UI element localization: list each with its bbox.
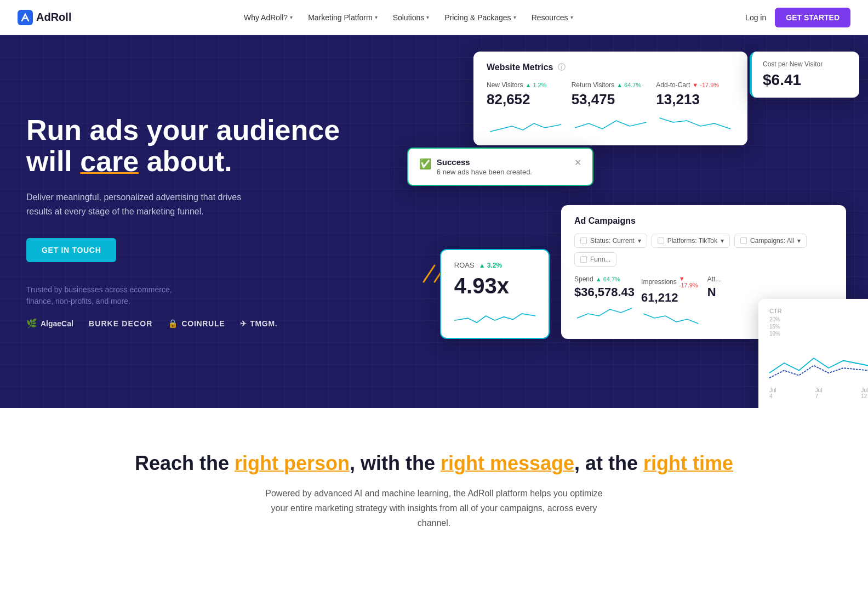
- algaecal-icon: 🌿: [26, 318, 37, 329]
- section2-title: Reach the right person, with the right m…: [26, 452, 842, 475]
- filter-status[interactable]: Status: Current ▾: [574, 234, 647, 248]
- chevron-down-icon: ▾: [570, 14, 573, 20]
- nav-marketing-platform[interactable]: Marketing Platform ▾: [301, 9, 384, 26]
- metrics-grid: New Visitors ▲ 1.2% 82,652 Return Visito…: [487, 81, 734, 134]
- get-in-touch-button[interactable]: GET IN TOUCH: [26, 238, 116, 262]
- ctr-card: CTR 20% 15% 10% Jul4 Jul7 Jul12: [758, 299, 868, 408]
- campaigns-title: Ad Campaigns: [574, 216, 833, 226]
- hero-highlight: care: [80, 145, 139, 177]
- ctr-dates: Jul4 Jul7 Jul12: [769, 387, 868, 399]
- new-visitors-chart: [487, 112, 565, 134]
- chevron-down-icon: ▾: [797, 237, 801, 245]
- svg-rect-0: [18, 10, 33, 25]
- spend-value: $36,578.43: [574, 285, 635, 299]
- hero-title: Run ads your audience will care about.: [26, 115, 391, 177]
- return-visitors-value: 53,475: [572, 91, 650, 108]
- roas-label: ROAS: [454, 261, 475, 269]
- ctr-label: CTR: [769, 308, 868, 314]
- section2: Reach the right person, with the right m…: [0, 408, 868, 564]
- nav-pricing[interactable]: Pricing & Packages ▾: [438, 9, 522, 26]
- navbar: AdRoll Why AdRoll? ▾ Marketing Platform …: [0, 0, 868, 35]
- metrics-header: Website Metrics ⓘ: [487, 63, 734, 72]
- nav-links: Why AdRoll? ▾ Marketing Platform ▾ Solut…: [237, 9, 580, 26]
- success-notification: ✅ Success 6 new ads have been created. ✕: [407, 148, 593, 186]
- hero-section: Run ads your audience will care about. D…: [0, 35, 868, 408]
- brand-coinrule: 🔒 COINRULE: [168, 319, 225, 329]
- svg-line-1: [424, 265, 435, 282]
- brand-algaecal: 🌿 AlgaeCal: [26, 318, 73, 329]
- impressions-value: 61,212: [641, 291, 701, 305]
- ctr-percents: 20% 15% 10%: [769, 316, 868, 337]
- chevron-down-icon: ▾: [638, 237, 641, 245]
- cost-label: Cost per New Visitor: [763, 60, 848, 68]
- roas-chart: [454, 305, 535, 327]
- highlight-right-message: right message: [441, 452, 574, 474]
- adroll-logo-icon: [18, 10, 33, 25]
- nav-resources[interactable]: Resources ▾: [525, 9, 580, 26]
- brand-tmgm: ✈ TMGM.: [240, 319, 277, 328]
- camp-impressions: Impressions ▼ -17.9% 61,212: [641, 275, 701, 328]
- chevron-down-icon: ▾: [290, 14, 293, 20]
- nav-why-adroll[interactable]: Why AdRoll? ▾: [237, 9, 299, 26]
- spend-chart: [574, 303, 635, 322]
- trusted-text: Trusted by businesses across ecommerce,f…: [26, 284, 391, 307]
- brand-logos: 🌿 AlgaeCal BURKE DECOR 🔒 COINRULE ✈ TMGM…: [26, 318, 391, 329]
- chevron-down-icon: ▾: [375, 14, 378, 20]
- website-metrics-card: Website Metrics ⓘ New Visitors ▲ 1.2% 82…: [473, 52, 747, 145]
- new-visitors-value: 82,652: [487, 91, 565, 108]
- logo[interactable]: AdRoll: [18, 10, 71, 25]
- cost-value: $6.41: [763, 71, 848, 89]
- filter-funnel[interactable]: Funn...: [574, 252, 616, 267]
- att-value: N: [707, 285, 767, 299]
- success-message: 6 new ads have been created.: [437, 168, 532, 176]
- add-to-cart-value: 13,213: [656, 91, 734, 108]
- chevron-down-icon: ▾: [426, 14, 429, 20]
- roas-value: 4.93x: [454, 274, 535, 298]
- highlight-right-person: right person: [235, 452, 350, 474]
- highlight-right-time: right time: [643, 452, 733, 474]
- hero-left: Run ads your audience will care about. D…: [0, 35, 391, 408]
- brand-burke-decor: BURKE DECOR: [89, 319, 153, 328]
- nav-solutions[interactable]: Solutions ▾: [386, 9, 436, 26]
- section2-description: Powered by advanced AI and machine learn…: [264, 486, 604, 531]
- metrics-title: Website Metrics: [487, 63, 553, 72]
- nav-right: Log in GET STARTED: [745, 8, 850, 27]
- filter-campaigns[interactable]: Campaigns: All ▾: [734, 234, 807, 248]
- roas-trend: ▲ 3.2%: [479, 262, 502, 269]
- info-icon: ⓘ: [558, 63, 566, 72]
- cost-per-visitor-card: Cost per New Visitor $6.41: [750, 52, 859, 98]
- tmgm-icon: ✈: [240, 319, 247, 328]
- return-visitors-chart: [572, 112, 650, 134]
- metric-return-visitors: Return Visitors ▲ 64.7% 53,475: [572, 81, 650, 134]
- close-icon[interactable]: ✕: [574, 157, 581, 168]
- hero-description: Deliver meaningful, personalized adverti…: [26, 190, 256, 218]
- get-started-button[interactable]: GET STARTED: [775, 8, 850, 27]
- success-title: Success: [437, 157, 532, 167]
- metric-new-visitors: New Visitors ▲ 1.2% 82,652: [487, 81, 565, 134]
- ctr-chart: [769, 341, 868, 385]
- impressions-chart: [641, 308, 701, 328]
- chevron-down-icon: ▾: [513, 14, 516, 20]
- success-icon: ✅: [419, 158, 431, 170]
- logo-text: AdRoll: [36, 11, 71, 24]
- camp-spend: Spend ▲ 64.7% $36,578.43: [574, 275, 635, 328]
- filter-platforms[interactable]: Platforms: TikTok ▾: [652, 234, 730, 248]
- add-to-cart-chart: [656, 112, 734, 134]
- login-button[interactable]: Log in: [745, 13, 766, 22]
- hero-right: Cost per New Visitor $6.41 Website Metri…: [391, 35, 868, 408]
- campaigns-filters: Status: Current ▾ Platforms: TikTok ▾ Ca…: [574, 234, 833, 267]
- metric-add-to-cart: Add-to-Cart ▼ -17.9% 13,213: [656, 81, 734, 134]
- coinrule-icon: 🔒: [168, 319, 178, 329]
- chevron-down-icon: ▾: [721, 237, 724, 245]
- roas-card: ROAS ▲ 3.2% 4.93x: [440, 249, 550, 339]
